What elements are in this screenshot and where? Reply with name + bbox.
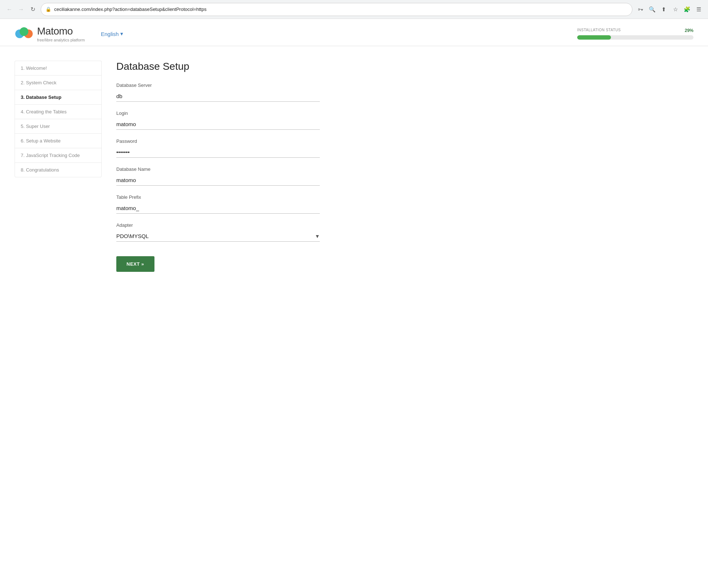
installation-status-percent: 29% <box>685 28 693 33</box>
form-title: Database Setup <box>116 61 320 72</box>
sidebar-item-label: 4. Creating the Tables <box>21 109 67 114</box>
installation-status-area: INSTALLATION STATUS 29% <box>577 28 693 40</box>
page-content: Matomo free/libre analytics platform Eng… <box>0 19 708 588</box>
password-input[interactable] <box>116 147 320 158</box>
sidebar-item-label: 2. System Check <box>21 80 56 85</box>
next-button[interactable]: NEXT » <box>116 256 154 272</box>
language-dropdown-icon: ▾ <box>120 31 123 37</box>
lock-icon: 🔒 <box>45 7 51 12</box>
matomo-logo-icon <box>15 26 33 42</box>
logo-wordmark: Matomo <box>37 25 85 37</box>
progress-bar-fill <box>577 35 611 40</box>
sidebar-item-setup-website[interactable]: 6. Setup a Website <box>15 133 102 148</box>
sidebar-item-label: 3. Database Setup <box>21 94 61 100</box>
browser-chrome: ← → ↻ 🔒 ceciliakanne.com/index.php?actio… <box>0 0 708 19</box>
sidebar-item-label: 8. Congratulations <box>21 167 59 173</box>
sidebar-item-welcome[interactable]: 1. Welcome! <box>15 61 102 75</box>
browser-nav-buttons: ← → ↻ <box>4 4 38 15</box>
menu-icon[interactable]: ☰ <box>693 4 704 15</box>
sidebar-item-super-user[interactable]: 5. Super User <box>15 119 102 133</box>
database-name-input[interactable] <box>116 175 320 186</box>
adapter-group: Adapter PDO\MYSQL MYSQLI ▼ <box>116 222 320 242</box>
language-label: English <box>101 31 118 37</box>
key-icon[interactable]: 🗝 <box>635 4 645 15</box>
bookmark-icon[interactable]: ☆ <box>670 4 680 15</box>
form-area: Database Setup Database Server Login Pas… <box>116 61 320 272</box>
logo-area: Matomo free/libre analytics platform <box>15 25 85 42</box>
url-display: ceciliakanne.com/index.php?action=databa… <box>54 7 628 12</box>
password-label: Password <box>116 138 320 144</box>
login-group: Login <box>116 110 320 130</box>
svg-point-2 <box>20 27 28 36</box>
logo-text-area: Matomo free/libre analytics platform <box>37 25 85 42</box>
login-input[interactable] <box>116 119 320 130</box>
table-prefix-input[interactable] <box>116 203 320 214</box>
sidebar-item-label: 6. Setup a Website <box>21 138 61 144</box>
address-bar[interactable]: 🔒 ceciliakanne.com/index.php?action=data… <box>41 3 632 16</box>
installation-status-header: INSTALLATION STATUS 29% <box>577 28 693 33</box>
browser-toolbar-icons: 🗝 🔍 ⬆ ☆ 🧩 ☰ <box>635 4 704 15</box>
language-selector[interactable]: English ▾ <box>101 31 123 37</box>
installation-status-label: INSTALLATION STATUS <box>577 28 621 33</box>
adapter-select[interactable]: PDO\MYSQL MYSQLI <box>116 231 320 242</box>
back-button[interactable]: ← <box>4 4 15 15</box>
search-icon[interactable]: 🔍 <box>647 4 657 15</box>
database-server-label: Database Server <box>116 82 320 88</box>
sidebar-item-js-tracking[interactable]: 7. JavaScript Tracking Code <box>15 148 102 162</box>
sidebar-item-label: 1. Welcome! <box>21 65 47 71</box>
sidebar-item-system-check[interactable]: 2. System Check <box>15 75 102 90</box>
database-name-label: Database Name <box>116 166 320 172</box>
progress-bar-track <box>577 35 693 40</box>
reload-button[interactable]: ↻ <box>28 4 38 15</box>
adapter-select-wrapper: PDO\MYSQL MYSQLI ▼ <box>116 231 320 242</box>
table-prefix-label: Table Prefix <box>116 194 320 200</box>
login-label: Login <box>116 110 320 116</box>
main-layout: 1. Welcome! 2. System Check 3. Database … <box>0 46 400 286</box>
password-group: Password <box>116 138 320 158</box>
share-icon[interactable]: ⬆ <box>659 4 669 15</box>
database-server-group: Database Server <box>116 82 320 102</box>
sidebar: 1. Welcome! 2. System Check 3. Database … <box>15 61 102 272</box>
logo-tagline: free/libre analytics platform <box>37 38 85 42</box>
sidebar-item-label: 5. Super User <box>21 124 50 129</box>
sidebar-item-congratulations[interactable]: 8. Congratulations <box>15 162 102 177</box>
extensions-icon[interactable]: 🧩 <box>682 4 692 15</box>
site-header: Matomo free/libre analytics platform Eng… <box>0 19 708 46</box>
adapter-label: Adapter <box>116 222 320 228</box>
forward-button[interactable]: → <box>16 4 26 15</box>
sidebar-item-label: 7. JavaScript Tracking Code <box>21 153 80 158</box>
database-server-input[interactable] <box>116 91 320 102</box>
database-name-group: Database Name <box>116 166 320 186</box>
sidebar-item-database-setup[interactable]: 3. Database Setup <box>15 90 102 104</box>
sidebar-item-creating-tables[interactable]: 4. Creating the Tables <box>15 104 102 119</box>
table-prefix-group: Table Prefix <box>116 194 320 214</box>
